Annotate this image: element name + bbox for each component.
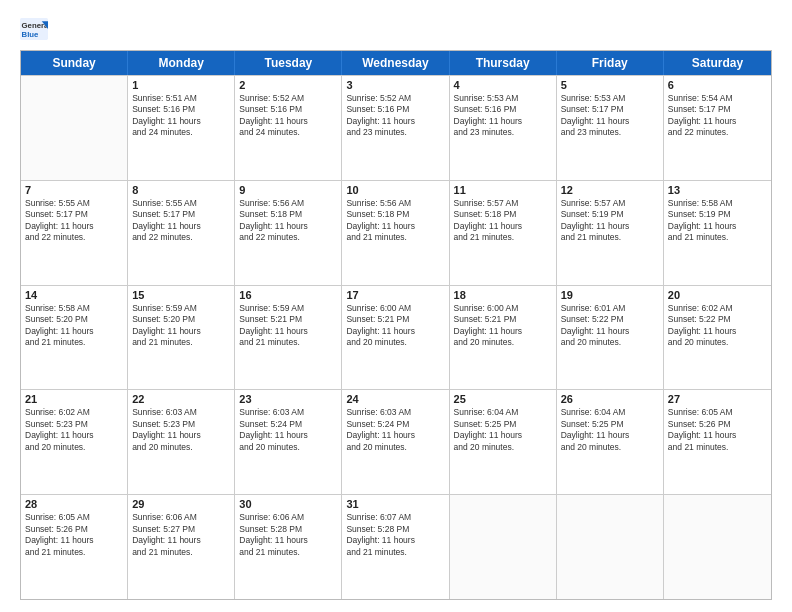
calendar-header-cell: Thursday [450,51,557,75]
cell-info: Sunrise: 6:04 AM Sunset: 5:25 PM Dayligh… [454,407,552,453]
calendar-cell: 31Sunrise: 6:07 AM Sunset: 5:28 PM Dayli… [342,495,449,599]
calendar-cell [557,495,664,599]
day-number: 8 [132,184,230,196]
day-number: 25 [454,393,552,405]
day-number: 16 [239,289,337,301]
cell-info: Sunrise: 5:55 AM Sunset: 5:17 PM Dayligh… [132,198,230,244]
calendar-cell: 12Sunrise: 5:57 AM Sunset: 5:19 PM Dayli… [557,181,664,285]
calendar-cell: 7Sunrise: 5:55 AM Sunset: 5:17 PM Daylig… [21,181,128,285]
day-number: 11 [454,184,552,196]
calendar-body: 1Sunrise: 5:51 AM Sunset: 5:16 PM Daylig… [21,75,771,599]
calendar-header-cell: Friday [557,51,664,75]
calendar-cell: 11Sunrise: 5:57 AM Sunset: 5:18 PM Dayli… [450,181,557,285]
calendar-cell [21,76,128,180]
cell-info: Sunrise: 6:03 AM Sunset: 5:24 PM Dayligh… [346,407,444,453]
cell-info: Sunrise: 5:51 AM Sunset: 5:16 PM Dayligh… [132,93,230,139]
calendar-cell: 25Sunrise: 6:04 AM Sunset: 5:25 PM Dayli… [450,390,557,494]
calendar-cell: 13Sunrise: 5:58 AM Sunset: 5:19 PM Dayli… [664,181,771,285]
calendar-cell: 20Sunrise: 6:02 AM Sunset: 5:22 PM Dayli… [664,286,771,390]
cell-info: Sunrise: 6:05 AM Sunset: 5:26 PM Dayligh… [25,512,123,558]
calendar-cell: 23Sunrise: 6:03 AM Sunset: 5:24 PM Dayli… [235,390,342,494]
day-number: 23 [239,393,337,405]
calendar-row: 7Sunrise: 5:55 AM Sunset: 5:17 PM Daylig… [21,180,771,285]
cell-info: Sunrise: 6:05 AM Sunset: 5:26 PM Dayligh… [668,407,767,453]
page: General Blue SundayMondayTuesdayWednesda… [0,0,792,612]
calendar-cell: 27Sunrise: 6:05 AM Sunset: 5:26 PM Dayli… [664,390,771,494]
day-number: 19 [561,289,659,301]
day-number: 14 [25,289,123,301]
cell-info: Sunrise: 6:06 AM Sunset: 5:28 PM Dayligh… [239,512,337,558]
calendar-header-cell: Sunday [21,51,128,75]
calendar-cell: 6Sunrise: 5:54 AM Sunset: 5:17 PM Daylig… [664,76,771,180]
day-number: 9 [239,184,337,196]
day-number: 18 [454,289,552,301]
cell-info: Sunrise: 6:03 AM Sunset: 5:23 PM Dayligh… [132,407,230,453]
calendar-row: 28Sunrise: 6:05 AM Sunset: 5:26 PM Dayli… [21,494,771,599]
day-number: 31 [346,498,444,510]
calendar-cell: 22Sunrise: 6:03 AM Sunset: 5:23 PM Dayli… [128,390,235,494]
calendar-cell: 17Sunrise: 6:00 AM Sunset: 5:21 PM Dayli… [342,286,449,390]
day-number: 2 [239,79,337,91]
day-number: 5 [561,79,659,91]
calendar-cell: 19Sunrise: 6:01 AM Sunset: 5:22 PM Dayli… [557,286,664,390]
cell-info: Sunrise: 5:54 AM Sunset: 5:17 PM Dayligh… [668,93,767,139]
cell-info: Sunrise: 6:04 AM Sunset: 5:25 PM Dayligh… [561,407,659,453]
day-number: 26 [561,393,659,405]
day-number: 28 [25,498,123,510]
calendar-header-cell: Saturday [664,51,771,75]
svg-text:Blue: Blue [22,30,40,39]
calendar-row: 21Sunrise: 6:02 AM Sunset: 5:23 PM Dayli… [21,389,771,494]
calendar-cell: 21Sunrise: 6:02 AM Sunset: 5:23 PM Dayli… [21,390,128,494]
cell-info: Sunrise: 5:53 AM Sunset: 5:16 PM Dayligh… [454,93,552,139]
cell-info: Sunrise: 6:07 AM Sunset: 5:28 PM Dayligh… [346,512,444,558]
day-number: 15 [132,289,230,301]
calendar-row: 14Sunrise: 5:58 AM Sunset: 5:20 PM Dayli… [21,285,771,390]
calendar-cell: 14Sunrise: 5:58 AM Sunset: 5:20 PM Dayli… [21,286,128,390]
day-number: 24 [346,393,444,405]
calendar-cell: 29Sunrise: 6:06 AM Sunset: 5:27 PM Dayli… [128,495,235,599]
day-number: 1 [132,79,230,91]
cell-info: Sunrise: 6:06 AM Sunset: 5:27 PM Dayligh… [132,512,230,558]
calendar-cell: 24Sunrise: 6:03 AM Sunset: 5:24 PM Dayli… [342,390,449,494]
calendar-header: SundayMondayTuesdayWednesdayThursdayFrid… [21,51,771,75]
day-number: 13 [668,184,767,196]
cell-info: Sunrise: 5:59 AM Sunset: 5:20 PM Dayligh… [132,303,230,349]
day-number: 7 [25,184,123,196]
cell-info: Sunrise: 5:57 AM Sunset: 5:18 PM Dayligh… [454,198,552,244]
cell-info: Sunrise: 5:52 AM Sunset: 5:16 PM Dayligh… [346,93,444,139]
cell-info: Sunrise: 5:59 AM Sunset: 5:21 PM Dayligh… [239,303,337,349]
calendar-cell: 4Sunrise: 5:53 AM Sunset: 5:16 PM Daylig… [450,76,557,180]
day-number: 17 [346,289,444,301]
calendar-cell: 3Sunrise: 5:52 AM Sunset: 5:16 PM Daylig… [342,76,449,180]
cell-info: Sunrise: 5:56 AM Sunset: 5:18 PM Dayligh… [346,198,444,244]
cell-info: Sunrise: 5:53 AM Sunset: 5:17 PM Dayligh… [561,93,659,139]
calendar-cell: 5Sunrise: 5:53 AM Sunset: 5:17 PM Daylig… [557,76,664,180]
calendar-cell: 2Sunrise: 5:52 AM Sunset: 5:16 PM Daylig… [235,76,342,180]
logo: General Blue [20,18,50,40]
calendar-cell: 15Sunrise: 5:59 AM Sunset: 5:20 PM Dayli… [128,286,235,390]
cell-info: Sunrise: 5:58 AM Sunset: 5:19 PM Dayligh… [668,198,767,244]
cell-info: Sunrise: 6:00 AM Sunset: 5:21 PM Dayligh… [454,303,552,349]
cell-info: Sunrise: 5:57 AM Sunset: 5:19 PM Dayligh… [561,198,659,244]
calendar-cell: 30Sunrise: 6:06 AM Sunset: 5:28 PM Dayli… [235,495,342,599]
cell-info: Sunrise: 6:02 AM Sunset: 5:22 PM Dayligh… [668,303,767,349]
calendar-header-cell: Monday [128,51,235,75]
day-number: 3 [346,79,444,91]
calendar-cell [450,495,557,599]
day-number: 10 [346,184,444,196]
calendar-cell: 8Sunrise: 5:55 AM Sunset: 5:17 PM Daylig… [128,181,235,285]
day-number: 20 [668,289,767,301]
calendar-row: 1Sunrise: 5:51 AM Sunset: 5:16 PM Daylig… [21,75,771,180]
cell-info: Sunrise: 6:02 AM Sunset: 5:23 PM Dayligh… [25,407,123,453]
calendar-cell: 28Sunrise: 6:05 AM Sunset: 5:26 PM Dayli… [21,495,128,599]
day-number: 12 [561,184,659,196]
calendar-header-cell: Tuesday [235,51,342,75]
calendar-cell: 10Sunrise: 5:56 AM Sunset: 5:18 PM Dayli… [342,181,449,285]
cell-info: Sunrise: 5:52 AM Sunset: 5:16 PM Dayligh… [239,93,337,139]
calendar-header-cell: Wednesday [342,51,449,75]
cell-info: Sunrise: 6:00 AM Sunset: 5:21 PM Dayligh… [346,303,444,349]
header: General Blue [20,18,772,40]
calendar-cell: 18Sunrise: 6:00 AM Sunset: 5:21 PM Dayli… [450,286,557,390]
day-number: 30 [239,498,337,510]
calendar: SundayMondayTuesdayWednesdayThursdayFrid… [20,50,772,600]
